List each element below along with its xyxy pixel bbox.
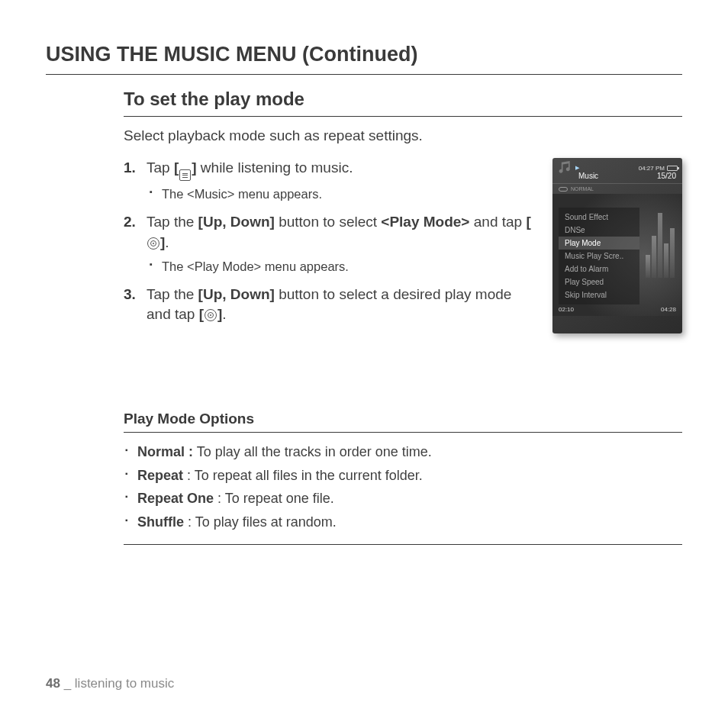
step-2-pre: Tap the — [147, 214, 198, 230]
step-2: Tap the [Up, Down] button to select <Pla… — [124, 212, 539, 275]
options-block: Play Mode Options Normal : To play all t… — [124, 411, 682, 545]
page-title: USING THE MUSIC MENU (Continued) — [46, 43, 682, 75]
option-desc: : To repeat all files in the current fol… — [183, 468, 423, 483]
page-number: 48 — [46, 676, 60, 691]
options-title: Play Mode Options — [124, 411, 682, 433]
menu-icon — [179, 169, 191, 181]
elapsed-time: 02:10 — [559, 306, 574, 313]
section-title: To set the play mode — [124, 89, 682, 117]
option-desc: : To play files at random. — [184, 514, 337, 530]
section-intro: Select playback mode such as repeat sett… — [124, 127, 682, 144]
device-menu-item: Play Mode — [559, 237, 639, 250]
step-2-bold2: <Play Mode> — [381, 214, 469, 230]
target-icon — [147, 237, 159, 250]
option-name: Shuffle — [137, 514, 184, 530]
page-footer: 48 _ listening to music — [46, 676, 174, 691]
step-3: Tap the [Up, Down] button to select a de… — [124, 285, 539, 325]
step-3-post: . — [222, 306, 226, 322]
step-1-pre: Tap — [147, 159, 174, 176]
step-2-mid1: button to select — [275, 214, 381, 230]
steps-column: Tap [] while listening to music. The <Mu… — [124, 158, 539, 334]
device-title: Music — [578, 172, 598, 180]
step-1-sub: The <Music> menu appears. — [150, 185, 539, 203]
step-2-sub: The <Play Mode> menu appears. — [150, 258, 539, 275]
target-icon — [205, 309, 217, 321]
device-mode-label: NORMAL — [571, 186, 594, 192]
device-screenshot: ▶ 04:27 PM Music 15/20 NORMAL Sound Effe… — [552, 158, 682, 333]
footer-sep: _ — [60, 676, 75, 691]
chapter-name: listening to music — [75, 676, 174, 691]
step-2-bracket-open: [ — [526, 214, 530, 230]
step-1: Tap [] while listening to music. The <Mu… — [124, 158, 539, 203]
content-block: To set the play mode Select playback mod… — [124, 89, 682, 545]
step-3-bold1: [Up, Down] — [198, 286, 275, 302]
option-name: Repeat — [137, 468, 183, 483]
option-item: Repeat : To repeat all files in the curr… — [124, 464, 682, 488]
repeat-mode-icon — [559, 187, 568, 192]
device-menu-item: Music Play Scre.. — [559, 250, 639, 263]
equalizer-bars — [646, 209, 675, 278]
device-menu-item: DNSe — [559, 224, 639, 237]
option-item: Normal : To play all the tracks in order… — [124, 440, 682, 464]
option-name: Normal : — [137, 444, 193, 459]
step-1-post: while listening to music. — [197, 159, 353, 176]
option-desc: To play all the tracks in order one time… — [193, 444, 432, 459]
step-2-mid2: and tap — [469, 214, 526, 230]
device-clock: 04:27 PM — [639, 165, 665, 172]
device-menu: Sound EffectDNSePlay ModeMusic Play Scre… — [559, 208, 639, 304]
step-2-post: . — [165, 234, 169, 250]
option-item: Shuffle : To play files at random. — [124, 511, 682, 534]
option-item: Repeat One : To repeat one file. — [124, 487, 682, 511]
battery-icon — [667, 166, 678, 171]
device-menu-item: Add to Alarm — [559, 263, 639, 275]
device-menu-item: Play Speed — [559, 275, 639, 288]
option-desc: : To repeat one file. — [214, 491, 334, 506]
music-note-icon — [557, 161, 572, 175]
play-indicator-icon: ▶ — [575, 165, 579, 171]
total-time: 04:28 — [661, 306, 676, 313]
option-name: Repeat One — [137, 491, 214, 506]
device-track-count: 15/20 — [657, 172, 676, 180]
device-menu-item: Sound Effect — [559, 211, 639, 224]
step-3-pre: Tap the — [147, 286, 198, 302]
device-menu-item: Skip Interval — [559, 288, 639, 301]
step-2-bold1: [Up, Down] — [198, 214, 275, 230]
